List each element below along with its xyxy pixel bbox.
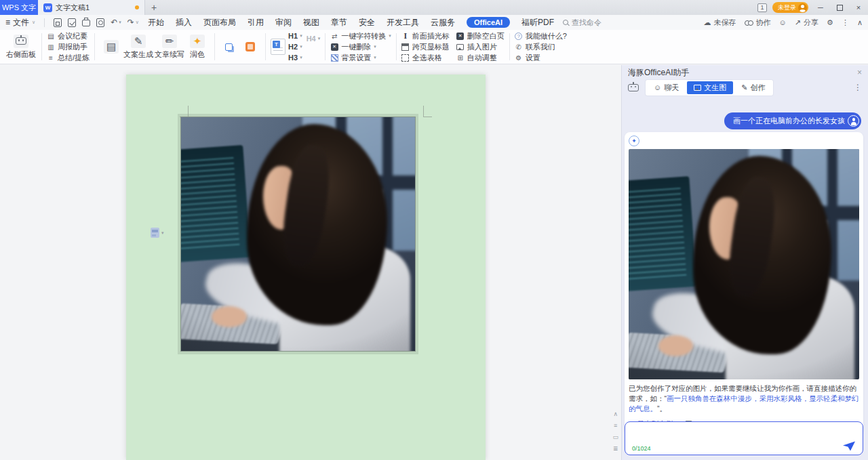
generated-image[interactable] [629, 149, 859, 379]
summarize-button[interactable]: ≡总结/提炼 [47, 53, 90, 62]
file-menu[interactable]: ≡ 文件 ∨ [5, 17, 35, 28]
margin-crop-mark [423, 106, 432, 117]
unsaved-dot-icon [135, 5, 139, 9]
panel-more-icon[interactable]: ⋮ [854, 83, 862, 92]
layout-tool-button[interactable] [220, 42, 240, 52]
export-icon[interactable] [68, 18, 76, 27]
print-preview-icon[interactable] [96, 18, 104, 27]
undo-icon: ↶ [111, 18, 117, 27]
window-count-badge[interactable]: 1 [757, 3, 767, 12]
inserted-image[interactable] [181, 117, 415, 351]
ppt-tool-icon [245, 42, 255, 51]
strip-outline-icon[interactable]: ≡ [614, 422, 617, 429]
heading1-button[interactable]: H1▾ [288, 31, 302, 41]
panel-close-icon[interactable]: × [857, 68, 862, 77]
close-button[interactable]: × [852, 1, 865, 14]
new-tab-button[interactable]: + [145, 2, 163, 13]
share-button[interactable]: ↗分享 [795, 18, 818, 28]
heading4-button[interactable]: H4▾ [307, 34, 321, 43]
menu-officeai[interactable]: OfficeAI [467, 17, 510, 28]
menu-foxit-pdf[interactable]: 福昕PDF [521, 17, 554, 28]
command-search[interactable]: 查找命令 [563, 18, 601, 28]
polish-button[interactable]: ✦ 润色 [185, 35, 210, 60]
weekly-report-button[interactable]: ▥周报助手 [47, 42, 90, 51]
chat-icon: ☺ [654, 83, 661, 91]
ai-reply-text: 已为您创作了对应的图片，如果需要继续让我为你作画，请直接描述你的需求，如：“画一… [629, 383, 859, 414]
title-bar: WPS 文字 W 文字文稿1 + 1 未登录 ─ × [0, 0, 868, 15]
meeting-notes-button[interactable]: ▤会议纪要 [47, 31, 90, 41]
ppt-tool-button[interactable] [240, 42, 260, 51]
wps-home-tab[interactable]: WPS 文字 [0, 0, 38, 15]
menu-dev-tools[interactable]: 开发工具 [387, 17, 419, 28]
auto-adjust-button[interactable]: ⊞自动调整 [456, 53, 505, 62]
cursor-front-button[interactable]: I前面插光标 [401, 31, 450, 41]
menu-references[interactable]: 引用 [248, 17, 264, 28]
divider [265, 33, 266, 60]
select-all-tables-button[interactable]: 全选表格 [401, 53, 450, 62]
undo-caret-icon: ▾ [119, 20, 121, 25]
copywriting-button[interactable]: ✎ 文案生成 [123, 35, 154, 60]
login-button[interactable]: 未登录 [772, 2, 808, 13]
document-tab[interactable]: W 文字文稿1 [38, 0, 145, 15]
minimize-button[interactable]: ─ [814, 1, 827, 14]
right-panel-label: 右侧面板 [6, 49, 36, 60]
menu-review[interactable]: 审阅 [275, 17, 292, 28]
search-label: 查找命令 [572, 18, 601, 28]
unsaved-label: 未保存 [714, 18, 736, 28]
pen-icon: ✎ [741, 83, 747, 92]
chevron-down-icon: ∨ [32, 20, 35, 25]
heading3-button[interactable]: H3▾ [288, 53, 302, 62]
cursor-front-icon: I [401, 32, 410, 40]
more-menu-icon[interactable]: ⋮ [842, 18, 849, 27]
menu-view[interactable]: 视图 [303, 17, 319, 28]
panel-title: 海豚OfficeAI助手 [628, 67, 689, 79]
heading2-button[interactable]: H2▾ [288, 42, 302, 51]
tab-text-to-image[interactable]: 文生图 [687, 81, 733, 94]
collaborate-label: 协作 [756, 18, 771, 28]
save-icon[interactable] [54, 18, 62, 27]
prompt-input[interactable] [631, 425, 857, 444]
menu-section[interactable]: 章节 [331, 17, 347, 28]
delete-blank-page-button[interactable]: ✕删除空白页 [456, 31, 505, 41]
image-layout-button[interactable]: ▾ [151, 228, 164, 238]
cross-page-title-button[interactable]: 跨页显标题 [401, 42, 450, 51]
print-icon[interactable] [82, 20, 90, 26]
what-can-i-do-button[interactable]: ?我能做什么? [515, 31, 567, 41]
strip-list-icon[interactable]: ≣ [613, 445, 618, 452]
right-panel-button[interactable]: 右侧面板 [5, 35, 37, 60]
one-key-delete-button[interactable]: ✕一键删除▾ [330, 42, 391, 51]
continue-writing-button[interactable]: ✏ 文章续写 [154, 35, 185, 60]
collapse-ribbon-icon[interactable]: ∧ [857, 18, 863, 27]
tab-chat[interactable]: ☺聊天 [647, 81, 686, 94]
send-button[interactable] [842, 441, 856, 451]
ribbon-toolbar: 右侧面板 ▤会议纪要 ▥周报助手 ≡总结/提炼 ▤ ✎ 文案生成 ✏ 文章续写 … [0, 30, 868, 64]
officeai-panel: 海豚OfficeAI助手 × ☺聊天 文生图 ✎创作 ⋮ 画一个正在电脑前办公的… [621, 65, 868, 460]
menu-insert[interactable]: 插入 [176, 17, 192, 28]
document-page[interactable]: ▾ [126, 75, 486, 460]
menu-start[interactable]: 开始 [148, 17, 164, 28]
assistant-robot-icon[interactable] [628, 84, 639, 91]
char-convert-button[interactable]: ⇄一键字符转换▾ [330, 31, 391, 41]
feedback-icon[interactable]: ☺ [779, 18, 787, 26]
heading-style-icon[interactable]: T [271, 39, 285, 55]
redo-button[interactable]: ↷∨ [127, 18, 139, 27]
document-workspace[interactable]: ▾ ∧ ≡ ▭ ≣ [0, 65, 621, 460]
char-counter: 0/1024 [632, 445, 651, 452]
tab-create[interactable]: ✎创作 [734, 81, 772, 94]
menu-cloud[interactable]: 云服务 [431, 17, 455, 28]
maximize-button[interactable] [833, 1, 846, 14]
insert-image-button[interactable]: 插入图片 [456, 42, 505, 51]
menu-security[interactable]: 安全 [359, 17, 375, 28]
strip-collapse-icon[interactable]: ∧ [613, 411, 618, 417]
contact-us-button[interactable]: ✆联系我们 [515, 42, 567, 51]
journal-button[interactable]: ▤ [100, 40, 123, 54]
settings-icon[interactable]: ⚙ [827, 18, 833, 27]
strip-page-icon[interactable]: ▭ [612, 434, 618, 440]
ribbon-settings-button[interactable]: ⚙设置 [515, 53, 567, 62]
menu-page-layout[interactable]: 页面布局 [203, 17, 236, 28]
unsaved-status[interactable]: ☁未保存 [704, 18, 736, 28]
select-all-tables-icon [401, 54, 410, 62]
undo-button[interactable]: ↶▾ [111, 18, 121, 27]
background-settings-button[interactable]: 背景设置▾ [330, 53, 391, 62]
collaborate-button[interactable]: 协作 [745, 18, 771, 28]
